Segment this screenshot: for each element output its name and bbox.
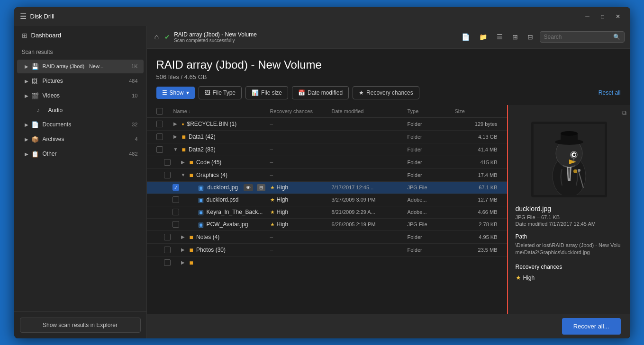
jpg-icon: ▣ bbox=[198, 221, 204, 228]
sidebar-footer: Show scan results in Explorer bbox=[14, 311, 146, 338]
close-button[interactable]: ✕ bbox=[611, 10, 625, 23]
row-name: ▶ ■ Photos (30) bbox=[181, 246, 270, 254]
table-row[interactable]: ▶ ■ Photos (30) – Folder 23.5 MB bbox=[147, 244, 507, 257]
row-recovery: ★ High bbox=[270, 184, 332, 191]
expand-icon: ▶ bbox=[25, 122, 31, 127]
show-filter-button[interactable]: ☰ Show ▾ bbox=[156, 87, 195, 99]
expand-icon[interactable]: ▼ bbox=[173, 147, 179, 152]
calendar-icon: 📅 bbox=[298, 89, 305, 96]
expand-icon[interactable]: ▶ bbox=[181, 247, 187, 252]
row-size: 129 bytes bbox=[455, 121, 498, 127]
sidebar-item-documents[interactable]: ▶ 📄 Documents 32 bbox=[17, 118, 144, 132]
row-checkbox[interactable] bbox=[172, 196, 179, 203]
expand-icon[interactable]: ▶ bbox=[173, 134, 179, 139]
row-type: Adobe... bbox=[408, 209, 455, 215]
select-all-checkbox[interactable] bbox=[156, 108, 163, 115]
search-input[interactable] bbox=[544, 34, 610, 40]
file-size-label: File size bbox=[261, 89, 282, 96]
columns-icon-btn[interactable]: ⊟ bbox=[525, 30, 536, 44]
row-size: 2.78 KB bbox=[455, 221, 498, 227]
row-checkbox[interactable] bbox=[164, 234, 171, 240]
list-icon-btn[interactable]: ☰ bbox=[494, 30, 506, 44]
row-checkbox[interactable] bbox=[164, 247, 171, 253]
sidebar: ⊞ Dashboard Scan results ▶ 💾 RAID array … bbox=[14, 26, 147, 338]
recovery-chances-filter-button[interactable]: ★ Recovery chances bbox=[353, 86, 419, 99]
table-row[interactable]: ▼ ■ Graphics (4) – Folder 17.4 MB bbox=[147, 169, 507, 182]
table-row[interactable]: ▣ ducklord.jpg 👁 ⊟ ★ High 7/17/2017 12:4… bbox=[147, 182, 507, 194]
preview-toggle[interactable]: ⊟ bbox=[257, 184, 265, 191]
recovery-value: – bbox=[270, 133, 273, 140]
other-icon: 📋 bbox=[31, 150, 41, 158]
grid-icon-btn[interactable]: ⊞ bbox=[509, 30, 521, 44]
expand-icon[interactable]: ▶ bbox=[181, 159, 187, 165]
expand-icon: ▶ bbox=[25, 137, 31, 142]
table-row[interactable]: ▣ ducklord.psd ★ High 3/27/2009 3:09 PM … bbox=[147, 194, 507, 206]
reset-all-link[interactable]: Reset all bbox=[599, 89, 621, 96]
menu-icon[interactable]: ☰ bbox=[20, 12, 27, 21]
table-row[interactable]: ▶ ■ Data1 (42) – Folder 4.13 GB bbox=[147, 131, 507, 143]
file-size-filter-button[interactable]: 📊 File size bbox=[245, 86, 288, 99]
row-checkbox[interactable] bbox=[172, 209, 179, 215]
recovery-value: – bbox=[270, 234, 273, 240]
minimize-button[interactable]: ─ bbox=[581, 10, 594, 23]
eye-icon[interactable]: 👁 bbox=[244, 184, 253, 191]
show-scan-results-button[interactable]: Show scan results in Explorer bbox=[20, 318, 141, 333]
table-row[interactable]: ▶ ■ bbox=[147, 257, 507, 269]
th-date: Date modified bbox=[332, 108, 408, 115]
date-modified-filter-button[interactable]: 📅 Date modified bbox=[292, 86, 349, 99]
home-button[interactable]: ⌂ bbox=[153, 31, 161, 43]
search-icon: 🔍 bbox=[613, 34, 620, 40]
sidebar-item-archives[interactable]: ▶ 📦 Archives 4 bbox=[17, 133, 144, 146]
jpg-icon: ▣ bbox=[198, 184, 204, 191]
expand-icon: ▶ bbox=[25, 93, 31, 98]
table-header: Name ↓ Recovery chances Date modified Ty… bbox=[147, 105, 507, 118]
page-subtitle: 506 files / 4.65 GB bbox=[156, 73, 621, 80]
sidebar-item-pictures[interactable]: ▶ 🖼 Pictures 484 bbox=[17, 74, 144, 88]
preview-recovery-value: High bbox=[523, 274, 535, 281]
table-row[interactable]: ▼ ■ Data2 (83) – Folder 41.4 MB bbox=[147, 143, 507, 156]
psd-icon: ▣ bbox=[198, 196, 204, 203]
recover-all-button[interactable]: Recover all... bbox=[562, 318, 621, 335]
row-size: 4.66 MB bbox=[455, 209, 498, 215]
row-size: 12.7 MB bbox=[455, 197, 498, 203]
search-box: 🔍 bbox=[540, 31, 625, 43]
expand-icon[interactable]: ▼ bbox=[181, 172, 187, 177]
table-row[interactable]: ▣ Keyra_In_The_Back... ★ High 8/21/2009 … bbox=[147, 206, 507, 219]
sidebar-item-other[interactable]: ▶ 📋 Other 482 bbox=[17, 147, 144, 161]
preview-filename: ducklord.jpg bbox=[508, 205, 630, 214]
sidebar-item-videos[interactable]: ▶ 🎬 Videos 10 bbox=[17, 89, 144, 103]
expand-icon: ▶ bbox=[25, 151, 31, 157]
row-checkbox[interactable] bbox=[164, 259, 171, 266]
external-link-icon[interactable]: ⧉ bbox=[622, 109, 626, 117]
row-checkbox[interactable] bbox=[172, 184, 179, 191]
recovery-value: High bbox=[277, 196, 289, 203]
row-checkbox[interactable] bbox=[164, 172, 171, 178]
recovery-value: High bbox=[277, 209, 289, 215]
filename: PCW_Avatar.jpg bbox=[207, 221, 248, 228]
file-icon-btn[interactable]: 📄 bbox=[459, 30, 472, 44]
sidebar-item-raid[interactable]: ▶ 💾 RAID array (Jbod) - New... 1K bbox=[17, 60, 144, 73]
star-icon: ★ bbox=[270, 209, 275, 215]
table-row[interactable]: ▶ ▪ $RECYCLE.BIN (1) – Folder 129 bytes bbox=[147, 118, 507, 131]
date-header-label: Date modified bbox=[332, 108, 364, 114]
expand-icon[interactable]: ▶ bbox=[173, 121, 179, 126]
folder-icon-btn[interactable]: 📁 bbox=[476, 30, 490, 44]
row-checkbox[interactable] bbox=[156, 133, 163, 140]
maximize-button[interactable]: □ bbox=[596, 10, 609, 23]
row-checkbox[interactable] bbox=[172, 221, 179, 228]
expand-icon[interactable]: ▶ bbox=[181, 234, 187, 239]
sidebar-item-audio[interactable]: ♪ Audio bbox=[17, 104, 144, 117]
row-checkbox[interactable] bbox=[156, 121, 163, 127]
toolbar-title: RAID array (Jbod) - New Volume bbox=[174, 31, 257, 38]
row-checkbox[interactable] bbox=[156, 146, 163, 153]
table-row[interactable]: ▶ ■ Notes (4) – Folder 4.95 KB bbox=[147, 231, 507, 244]
table-row[interactable]: ▶ ■ Code (45) – Folder 415 KB bbox=[147, 156, 507, 169]
row-checkbox[interactable] bbox=[164, 159, 171, 166]
table-row[interactable]: ▣ PCW_Avatar.jpg ★ High 6/28/2005 2:19 P… bbox=[147, 219, 507, 231]
recovery-value: – bbox=[270, 146, 273, 153]
expand-icon[interactable]: ▶ bbox=[181, 260, 187, 265]
file-type-filter-button[interactable]: 🖼 File Type bbox=[199, 86, 242, 99]
folder-icon: ■ bbox=[190, 259, 193, 266]
sort-icon[interactable]: ↓ bbox=[189, 108, 191, 114]
dashboard-label[interactable]: Dashboard bbox=[31, 32, 62, 39]
